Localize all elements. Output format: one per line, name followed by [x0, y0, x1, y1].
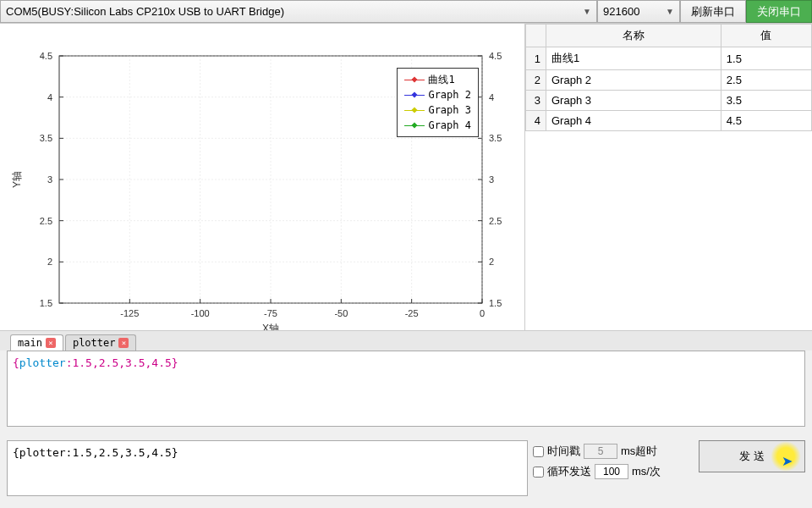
loop-option: 循环发送 ms/次 — [533, 464, 694, 479]
svg-text:X轴: X轴 — [262, 323, 279, 330]
svg-text:Y轴: Y轴 — [11, 171, 23, 188]
close-icon[interactable]: × — [46, 338, 56, 348]
baud-select[interactable]: 921600 ▼ — [597, 0, 680, 23]
legend-label: Graph 3 — [428, 104, 471, 116]
svg-text:4.5: 4.5 — [489, 51, 502, 61]
close-port-button[interactable]: 关闭串口 — [746, 0, 812, 23]
options-column: 时间戳 ms超时 循环发送 ms/次 — [533, 440, 694, 496]
table-row[interactable]: 4Graph 44.5 — [526, 111, 812, 131]
svg-text:-125: -125 — [120, 308, 139, 318]
row-value: 2.5 — [721, 70, 811, 91]
cursor-icon: ➤ — [782, 453, 793, 469]
svg-text:2: 2 — [489, 257, 494, 267]
refresh-port-button[interactable]: 刷新串口 — [680, 0, 746, 23]
loop-checkbox[interactable] — [533, 467, 544, 478]
row-name: Graph 4 — [546, 111, 721, 131]
tab-plotter[interactable]: plotter × — [65, 334, 137, 351]
svg-text:-25: -25 — [405, 308, 419, 318]
row-value: 4.5 — [721, 111, 811, 131]
row-value: 1.5 — [721, 47, 811, 70]
console-token: 1.5,2.5,3.5,4.5 — [72, 356, 171, 369]
svg-text:2.5: 2.5 — [40, 216, 52, 226]
tab-main[interactable]: main × — [10, 334, 63, 351]
legend-item: Graph 4 — [404, 118, 471, 133]
legend-label: 曲线1 — [428, 73, 454, 87]
svg-text:3.5: 3.5 — [489, 133, 502, 143]
tabs-row: main × plotter × — [0, 330, 812, 351]
svg-text:-100: -100 — [191, 308, 210, 318]
chart-area: 1.51.5222.52.5333.53.5444.54.5-125-100-7… — [0, 24, 524, 330]
legend-marker-icon — [404, 125, 425, 126]
baud-label: 921600 — [603, 5, 639, 18]
console-token: { — [13, 356, 19, 369]
legend-label: Graph 4 — [428, 119, 471, 131]
legend-item: Graph 2 — [404, 87, 471, 102]
tab-label: plotter — [73, 337, 116, 349]
data-table-area: 名称 值 1曲线11.52Graph 22.53Graph 33.54Graph… — [524, 24, 812, 330]
close-icon[interactable]: × — [118, 338, 129, 348]
svg-text:3: 3 — [489, 174, 494, 185]
row-idx: 4 — [526, 111, 546, 131]
main-content: 1.51.5222.52.5333.53.5444.54.5-125-100-7… — [0, 24, 812, 330]
console-output[interactable]: {plotter:1.5,2.5,3.5,4.5} — [7, 351, 805, 427]
port-select[interactable]: COM5(BUSY:Silicon Labs CP210x USB to UAR… — [0, 0, 597, 23]
svg-text:0: 0 — [480, 308, 485, 318]
svg-text:3: 3 — [47, 174, 52, 185]
table-row[interactable]: 3Graph 33.5 — [526, 91, 812, 111]
loop-suffix: ms/次 — [632, 464, 661, 479]
row-idx: 2 — [526, 70, 546, 91]
svg-text:1.5: 1.5 — [40, 298, 52, 308]
svg-text:1.5: 1.5 — [489, 298, 502, 308]
timestamp-option: 时间戳 ms超时 — [533, 444, 694, 459]
timeout-input[interactable] — [584, 444, 617, 459]
table-header-value: 值 — [721, 25, 811, 47]
row-name: 曲线1 — [546, 47, 721, 70]
port-label: COM5(BUSY:Silicon Labs CP210x USB to UAR… — [6, 5, 284, 18]
table-row[interactable]: 2Graph 22.5 — [526, 70, 812, 91]
legend-marker-icon — [404, 95, 425, 96]
svg-text:2.5: 2.5 — [489, 216, 502, 226]
row-idx: 3 — [526, 91, 546, 111]
row-name: Graph 3 — [546, 91, 721, 111]
svg-text:4.5: 4.5 — [40, 51, 52, 61]
data-table: 名称 值 1曲线11.52Graph 22.53Graph 33.54Graph… — [525, 24, 812, 131]
table-header-name: 名称 — [546, 25, 721, 47]
timestamp-checkbox[interactable] — [533, 446, 544, 457]
legend-marker-icon — [404, 110, 425, 111]
svg-text:4: 4 — [489, 92, 494, 102]
console-token: } — [172, 356, 178, 369]
row-name: Graph 2 — [546, 70, 721, 91]
svg-text:2: 2 — [47, 257, 52, 267]
legend-item: Graph 3 — [404, 102, 471, 118]
table-row[interactable]: 1曲线11.5 — [526, 47, 812, 70]
legend-label: Graph 2 — [428, 89, 471, 101]
console-token: plotter — [19, 356, 66, 369]
svg-text:-50: -50 — [334, 308, 348, 318]
loop-input[interactable] — [595, 464, 628, 479]
legend-marker-icon — [404, 80, 425, 80]
svg-text:3.5: 3.5 — [40, 133, 52, 143]
send-button-label: 发 送 — [739, 449, 765, 464]
row-value: 3.5 — [721, 91, 811, 111]
send-input[interactable]: {plotter:1.5,2.5,3.5,4.5} — [7, 440, 528, 496]
timeout-suffix: ms超时 — [621, 444, 657, 459]
svg-text:4: 4 — [47, 92, 52, 102]
chevron-down-icon: ▼ — [666, 7, 674, 16]
timestamp-label: 时间戳 — [547, 444, 580, 459]
legend-item: 曲线1 — [404, 72, 471, 87]
chevron-down-icon: ▼ — [583, 7, 591, 16]
loop-label: 循环发送 — [547, 464, 591, 479]
table-header-idx — [526, 25, 546, 47]
svg-text:-75: -75 — [264, 308, 277, 318]
toolbar: COM5(BUSY:Silicon Labs CP210x USB to UAR… — [0, 0, 812, 24]
send-button[interactable]: 发 送 ➤ — [699, 440, 805, 472]
bottom-row: {plotter:1.5,2.5,3.5,4.5} 时间戳 ms超时 循环发送 … — [7, 440, 805, 496]
chart-legend: 曲线1 Graph 2 Graph 3 Graph 4 — [397, 68, 479, 137]
tab-label: main — [18, 337, 42, 349]
row-idx: 1 — [526, 47, 546, 70]
